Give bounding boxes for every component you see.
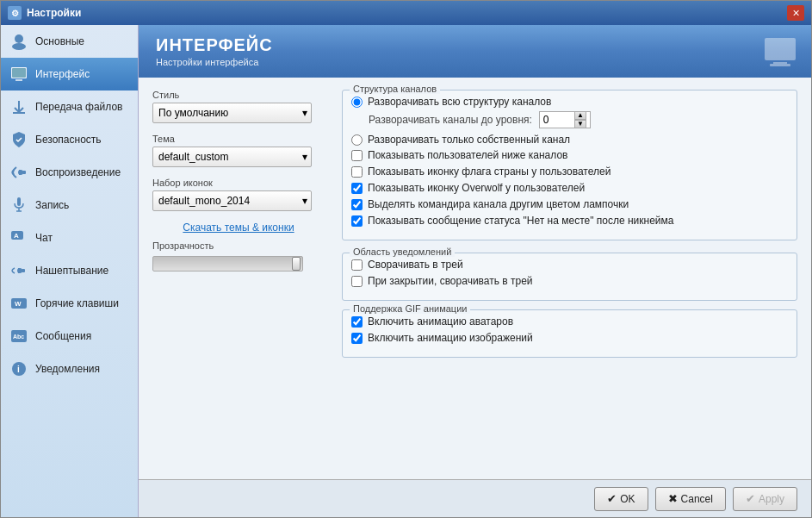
svg-text:A: A: [14, 232, 19, 240]
whisper-icon: [9, 261, 28, 280]
show-flag-label: Показывать иконку флага страны у пользов…: [368, 165, 611, 178]
iconset-select[interactable]: default_mono_2014: [158, 193, 306, 209]
sidebar-item-interface[interactable]: Интерфейс: [1, 58, 138, 90]
show-users-checkbox[interactable]: [351, 150, 363, 161]
transparency-slider[interactable]: [152, 256, 303, 271]
show-away-label: Показывать сообщение статуса "Нет на мес…: [368, 215, 674, 227]
sidebar-label-messages: Сообщения: [35, 330, 91, 342]
expand-all-label: Разворачивать всю структуру каналов: [368, 96, 551, 108]
minimize-tray-checkbox[interactable]: [351, 259, 363, 271]
close-tray-checkbox[interactable]: [351, 276, 363, 287]
sidebar-item-notifications[interactable]: i Уведомления: [1, 353, 138, 385]
enable-avatar-row: Включить анимацию аватаров: [351, 315, 788, 328]
show-overwolf-checkbox[interactable]: [351, 183, 363, 194]
style-label: Стиль: [152, 90, 325, 100]
show-overwolf-row: Показывать иконку Overwolf у пользовател…: [351, 182, 788, 194]
style-select[interactable]: По умолчанию: [158, 105, 306, 121]
sidebar-item-chat[interactable]: A Чат: [1, 222, 138, 254]
expand-all-radio[interactable]: [351, 97, 363, 108]
enable-images-checkbox[interactable]: [351, 333, 363, 344]
svg-rect-4: [15, 79, 22, 81]
notifications-icon: i: [9, 359, 28, 378]
expand-own-radio[interactable]: [351, 134, 363, 146]
theme-dropdown[interactable]: default_custom ▾: [152, 147, 312, 167]
enable-avatar-label: Включить анимацию аватаров: [368, 315, 513, 328]
spinner-down[interactable]: ▼: [574, 120, 586, 128]
highlight-commander-label: Выделять командира канала другим цветом …: [368, 198, 629, 210]
show-flag-checkbox[interactable]: [351, 166, 363, 178]
show-users-label: Показывать пользователей ниже каналов: [368, 149, 567, 161]
svg-rect-8: [22, 171, 26, 174]
title-bar-left: ⚙ Настройки: [8, 6, 81, 20]
svg-text:i: i: [17, 365, 20, 374]
sidebar-item-hotkeys[interactable]: W Горячие клавиши: [1, 287, 138, 320]
iconset-container: Набор иконок default_mono_2014 ▾: [152, 178, 325, 211]
sidebar-item-playback[interactable]: Воспроизведение: [1, 156, 138, 189]
sidebar-label-notifications: Уведомления: [35, 363, 100, 375]
expand-own-label: Разворачивать только собственный канал: [368, 134, 570, 146]
level-row: Разворачивать каналы до уровня: ▲ ▼: [369, 111, 788, 128]
right-panel: ИНТЕРФЕЙС Настройки интерфейса Стиль По …: [139, 25, 811, 517]
sidebar-item-main[interactable]: Основные: [1, 25, 138, 58]
app-icon: ⚙: [8, 6, 22, 20]
sidebar-label-hotkeys: Горячие клавиши: [35, 297, 119, 309]
messages-icon: Abc: [9, 327, 28, 346]
title-bar: ⚙ Настройки ✕: [1, 1, 811, 25]
sidebar-item-filetransfer[interactable]: Передача файлов: [1, 90, 138, 123]
transparency-section: Прозрачность: [152, 240, 325, 271]
show-flag-row: Показывать иконку флага страны у пользов…: [351, 165, 788, 178]
download-link[interactable]: Скачать темы & иконки: [152, 222, 325, 234]
minimize-tray-label: Сворачивать в трей: [368, 259, 463, 271]
style-dropdown[interactable]: По умолчанию ▾: [152, 103, 312, 123]
ok-icon: ✔: [607, 492, 617, 505]
svg-rect-16: [22, 269, 25, 272]
highlight-commander-checkbox[interactable]: [351, 199, 363, 210]
interface-icon: [9, 65, 28, 84]
style-container: Стиль По умолчанию ▾: [152, 90, 325, 123]
slider-container: [152, 256, 325, 271]
ok-label: OK: [620, 493, 635, 505]
cancel-label: Cancel: [681, 493, 713, 505]
svg-rect-25: [770, 64, 790, 66]
sidebar-label-record: Запись: [35, 199, 69, 211]
level-input-container: ▲ ▼: [539, 111, 591, 128]
channels-title: Структура каналов: [350, 84, 440, 94]
iconset-label: Набор иконок: [152, 178, 325, 188]
main-icon: [9, 32, 28, 51]
channels-section: Структура каналов Разворачивать всю стру…: [342, 90, 797, 240]
sidebar-item-whisper[interactable]: Нашептывание: [1, 254, 138, 287]
spinner-up[interactable]: ▲: [574, 111, 586, 120]
playback-icon: [9, 163, 28, 182]
close-button[interactable]: ✕: [787, 5, 804, 21]
chat-icon: A: [9, 228, 28, 247]
sidebar-label-interface: Интерфейс: [35, 68, 90, 80]
sidebar-item-messages[interactable]: Abc Сообщения: [1, 320, 138, 353]
slider-thumb[interactable]: [292, 257, 301, 271]
minimize-tray-row: Сворачивать в трей: [351, 259, 788, 271]
cancel-button[interactable]: ✖ Cancel: [655, 487, 726, 511]
sidebar-label-chat: Чат: [35, 232, 53, 244]
svg-point-0: [15, 34, 23, 43]
record-icon: [9, 196, 28, 215]
ok-button[interactable]: ✔ OK: [594, 487, 648, 511]
svg-text:W: W: [15, 300, 22, 308]
panel-header-icon: [763, 34, 797, 69]
window-title: Настройки: [27, 7, 81, 19]
enable-avatar-checkbox[interactable]: [351, 316, 363, 328]
gif-title: Поддержка GIF анимации: [350, 303, 470, 314]
apply-button[interactable]: ✔ Apply: [733, 487, 797, 511]
enable-images-label: Включить анимацию изображений: [368, 332, 533, 344]
svg-point-1: [12, 43, 26, 50]
theme-select[interactable]: default_custom: [158, 149, 306, 165]
sidebar-item-security[interactable]: Безопасность: [1, 123, 138, 156]
hotkeys-icon: W: [9, 294, 28, 313]
notifications-area-title: Область уведомлений: [350, 247, 455, 257]
show-away-checkbox[interactable]: [351, 215, 363, 227]
svg-rect-15: [18, 268, 20, 273]
sidebar-item-record[interactable]: Запись: [1, 189, 138, 222]
level-input[interactable]: [543, 114, 569, 126]
transparency-label: Прозрачность: [152, 240, 325, 251]
sidebar-label-playback: Воспроизведение: [35, 166, 121, 178]
iconset-dropdown[interactable]: default_mono_2014 ▾: [152, 190, 312, 211]
theme-container: Тема default_custom ▾: [152, 134, 325, 167]
